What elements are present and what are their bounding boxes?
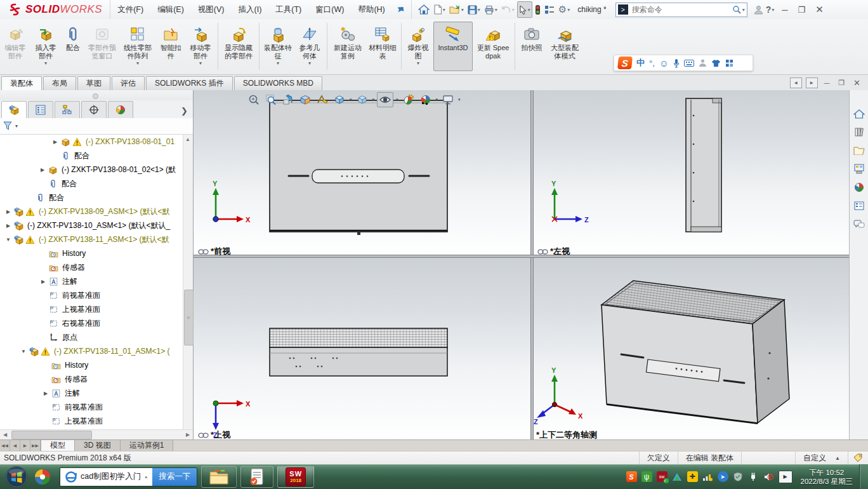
tree-item[interactable]: 配合: [0, 149, 183, 163]
ribbon-component-preview[interactable]: 零部件预览窗口: [86, 22, 119, 71]
tab-sketch[interactable]: 草图: [77, 76, 110, 90]
tray-plus-icon[interactable]: ✚: [687, 471, 698, 482]
tray-expand-button[interactable]: ▶: [779, 471, 792, 483]
ie-search-field[interactable]: cad制图初学入门 ▴: [60, 468, 152, 486]
taskbar-solidworks-button[interactable]: SW 2018: [277, 466, 314, 488]
tab-display-manager[interactable]: [108, 101, 133, 118]
open-document-caret-icon[interactable]: ▾: [461, 7, 464, 13]
tree-item[interactable]: ▶ 注解: [0, 274, 183, 288]
tree-item[interactable]: 配合: [0, 191, 183, 204]
tray-solidworks-icon[interactable]: sw✓: [657, 471, 667, 482]
apply-scene-icon[interactable]: [418, 93, 433, 107]
ribbon-smart-fasteners[interactable]: 智能扣件: [157, 22, 185, 71]
forum-icon[interactable]: [852, 217, 867, 231]
close-button[interactable]: ✕: [809, 4, 830, 15]
custom-status[interactable]: 自定义▲: [795, 452, 848, 464]
ribbon-reference-geometry[interactable]: 参考几何体 ▾: [295, 22, 324, 71]
ribbon-edit-component[interactable]: ✎ 编辑零部件: [1, 22, 30, 71]
magnifier-icon[interactable]: [732, 5, 742, 15]
save-button[interactable]: ▾: [466, 2, 482, 17]
undo-button[interactable]: ▾: [500, 2, 516, 17]
tab-scroll-prev-icon[interactable]: ◀: [10, 440, 20, 452]
display-style-icon[interactable]: [355, 93, 370, 107]
taskbar-explorer-button[interactable]: [201, 466, 237, 488]
tab-property-manager[interactable]: [28, 101, 53, 118]
tree-item[interactable]: History: [0, 246, 183, 260]
user-name[interactable]: chiking *: [577, 5, 606, 14]
tree-item[interactable]: ▶ (-) ZXKT-PV138-08-01_01: [0, 135, 183, 149]
zoom-to-area-icon[interactable]: [263, 93, 279, 107]
filter-funnel-icon[interactable]: [3, 121, 13, 131]
minimize-button[interactable]: ─: [775, 5, 794, 15]
ribbon-exploded-view[interactable]: ✸ 爆炸视图 ▾: [404, 22, 432, 71]
print-caret-icon[interactable]: ▾: [495, 7, 497, 13]
viewport-left-view[interactable]: Y Z: [534, 90, 849, 255]
exploded-view-caret-icon[interactable]: ▾: [417, 60, 419, 66]
tray-network-signal-icon[interactable]: [702, 471, 713, 482]
filter-caret-icon[interactable]: ▾: [15, 123, 18, 129]
viewport-front-view[interactable]: Y X: [194, 90, 530, 255]
home-taskpane-icon[interactable]: [852, 107, 867, 121]
tree-item[interactable]: 传感器: [0, 260, 183, 274]
tree-item[interactable]: 配合: [0, 177, 183, 191]
design-library-icon[interactable]: [852, 125, 867, 139]
tree-item[interactable]: ▼ (-) ZXKT-PV138-11_01_ASM<1> (: [0, 344, 183, 358]
ime-toolbox-person-icon[interactable]: [699, 58, 707, 67]
tag-icon[interactable]: [848, 452, 868, 464]
tree-item[interactable]: ▶ (-) ZXKT-PV138-08-01_02<1> (默: [0, 163, 183, 177]
tree-item[interactable]: ▶ (-) ZXKT-PV138-10_ASM<1> (默认<默认_: [0, 218, 183, 232]
appearances-sphere-icon[interactable]: [852, 180, 867, 194]
reference-geometry-caret-icon[interactable]: ▾: [308, 60, 311, 66]
viewport-horizontal-splitter[interactable]: [530, 255, 849, 258]
tree-item[interactable]: ▼ (-) ZXKT-PV138-11_ASM<1> (默认<默: [0, 232, 183, 246]
tree-item[interactable]: ▶ 注解: [0, 386, 183, 400]
ime-microphone-icon[interactable]: [673, 58, 680, 68]
tab-mbd[interactable]: SOLIDWORKS MBD: [234, 76, 322, 90]
vertical-scroll-thumb[interactable]: ≡: [184, 290, 194, 345]
hide-show-items-icon[interactable]: [377, 92, 393, 107]
tab-feature-tree[interactable]: [1, 101, 27, 118]
tab-model[interactable]: 模型: [41, 440, 75, 452]
new-document-button[interactable]: ▾: [432, 2, 447, 17]
tree-item[interactable]: 右视基准面: [0, 316, 183, 330]
ribbon-bill-of-materials[interactable]: 材料明细表: [367, 22, 398, 71]
menu-insert[interactable]: 插入(I): [232, 1, 269, 19]
help-button[interactable]: ? ▾: [765, 2, 776, 17]
tray-volume-muted-icon[interactable]: [763, 471, 774, 482]
previous-document-icon[interactable]: ◄: [790, 77, 802, 88]
view-settings-monitor-icon[interactable]: [440, 93, 456, 107]
tray-sogou-icon[interactable]: S: [626, 471, 637, 482]
expand-arrow-icon[interactable]: ▶: [3, 223, 14, 229]
tree-item[interactable]: 上视基准面: [0, 414, 183, 428]
menu-help[interactable]: 帮助(H): [351, 1, 391, 19]
tab-motion-study[interactable]: 运动算例1: [121, 440, 174, 452]
expand-arrow-icon[interactable]: ▶: [3, 209, 14, 215]
ribbon-mate[interactable]: 配合: [62, 22, 84, 71]
expand-arrow-icon[interactable]: ▶: [37, 279, 49, 285]
menu-window[interactable]: 窗口(W): [308, 1, 351, 19]
assembly-features-caret-icon[interactable]: ▾: [277, 60, 279, 66]
rebuild-button[interactable]: [534, 2, 542, 17]
tray-browser-icon[interactable]: ➤: [718, 471, 728, 482]
ribbon-take-snapshot[interactable]: 拍快照: [518, 22, 546, 71]
options-list-icon[interactable]: [543, 2, 556, 17]
document-minimize-icon[interactable]: ─: [822, 79, 832, 88]
tray-usb-icon[interactable]: ψ: [641, 471, 652, 482]
insert-component-caret-icon[interactable]: ▾: [44, 60, 47, 66]
tree-item[interactable]: 上视基准面: [0, 302, 183, 316]
document-close-icon[interactable]: ✕: [851, 78, 863, 88]
print-button[interactable]: ▾: [483, 2, 499, 17]
display-style-caret-icon[interactable]: ▾: [372, 97, 375, 102]
menu-file[interactable]: 文件(F): [110, 1, 150, 19]
tray-power-plug-icon[interactable]: [748, 471, 759, 482]
menu-tools[interactable]: 工具(T): [268, 1, 308, 19]
ie-search-widget[interactable]: cad制图初学入门 ▴ 搜索一下: [60, 467, 197, 486]
tree-item[interactable]: History: [0, 358, 183, 372]
edit-appearance-icon[interactable]: [401, 93, 416, 107]
ribbon-instant3d[interactable]: Instant3D: [433, 22, 473, 71]
previous-view-icon[interactable]: [280, 93, 296, 107]
ime-grid-menu-icon[interactable]: [725, 59, 733, 67]
ribbon-large-assembly-mode[interactable]: 大型装配体模式: [547, 22, 582, 71]
viewport-horizontal-splitter[interactable]: [194, 255, 530, 258]
select-tool-caret-icon[interactable]: ▾: [528, 7, 530, 13]
